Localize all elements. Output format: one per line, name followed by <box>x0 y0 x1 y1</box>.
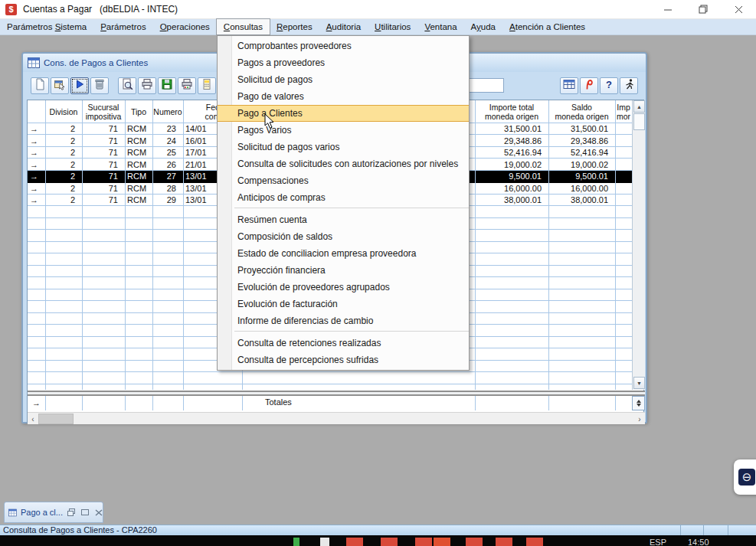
close-icon[interactable] <box>95 508 103 516</box>
app-icon: $ <box>5 4 17 15</box>
totals-column-line <box>475 396 476 410</box>
menu-par-metros[interactable]: Parámetros <box>93 19 152 34</box>
title-bar: $ Cuentas a Pagar (dbELDIA - INTEC) <box>0 0 756 19</box>
totals-spinner[interactable] <box>632 396 645 410</box>
menu-item-solicitud-de-pagos[interactable]: Solicitud de pagos <box>218 71 469 88</box>
minimize-button[interactable] <box>650 0 686 18</box>
taskbar-icon[interactable] <box>320 538 329 546</box>
menu-item-pago-de-valores[interactable]: Pago de valores <box>218 88 469 105</box>
statusbar-divider <box>703 525 704 536</box>
menu-item-proyecci-n-financiera[interactable]: Proyección financiera <box>218 262 469 279</box>
cell-tipo: RCM <box>125 171 148 182</box>
column-header-numero[interactable]: Numero <box>152 100 183 123</box>
column-header-saldo[interactable]: Saldomoneda origen <box>548 100 615 123</box>
menu-operaciones[interactable]: Operaciones <box>153 19 217 34</box>
row-marker: → <box>28 171 41 182</box>
taskbar-icon[interactable] <box>466 538 483 546</box>
taskbar-icon[interactable] <box>434 538 450 546</box>
row-marker: → <box>28 147 41 159</box>
cell-saldo: 9,500.01 <box>548 171 610 182</box>
menu-item-consulta-de-percepciones-sufridas[interactable]: Consulta de percepciones sufridas <box>218 351 469 368</box>
menu-item-pagos-varios[interactable]: Pagos Varios <box>218 122 469 139</box>
maximize-icon[interactable] <box>81 508 89 516</box>
chart-button[interactable] <box>580 77 598 94</box>
taskbar-icon[interactable] <box>496 538 512 546</box>
menu-item-pagos-a-proveedores[interactable]: Pagos a proveedores <box>218 54 469 71</box>
menu-item-pago-a-clientes[interactable]: Pago a Clientes <box>218 105 469 122</box>
scroll-left-button[interactable]: ‹ <box>28 414 38 424</box>
print-preview-button[interactable] <box>118 77 136 94</box>
spinner-down-icon <box>637 404 641 407</box>
column-header-importe[interactable]: Importe totalmoneda origen <box>475 100 548 123</box>
column-header-sucursal[interactable]: Sucursalimpositiva <box>82 100 125 123</box>
chart-icon <box>583 78 595 93</box>
print-color-button[interactable] <box>178 77 196 94</box>
menu-item-informe-de-diferencias-de-cambio[interactable]: Informe de diferencias de cambio <box>218 312 469 329</box>
menu-item-solicitud-de-pagos-varios[interactable]: Solicitud de pagos varios <box>218 139 469 155</box>
vertical-scrollbar[interactable]: ▲ ▼ <box>632 100 645 390</box>
grid-column-line <box>152 100 153 390</box>
exit-button[interactable] <box>620 77 638 94</box>
menu-ayuda[interactable]: Ayuda <box>464 19 502 34</box>
column-header-division[interactable]: Division <box>45 100 82 123</box>
menu-item-estado-de-conciliacion-empresa-proveedora[interactable]: Estado de conciliacion empresa proveedor… <box>218 245 469 262</box>
taskbar-icon[interactable] <box>346 538 363 546</box>
grid-column-line <box>82 100 83 390</box>
menu-utilitarios[interactable]: Utilitarios <box>368 19 417 34</box>
run-query-button[interactable] <box>70 77 89 94</box>
menu-item-comprobantes-proveedores[interactable]: Comprobantes proveedores <box>218 38 469 54</box>
menu-item-composici-n-de-saldos[interactable]: Composición de saldos <box>218 228 469 245</box>
scroll-up-button[interactable]: ▲ <box>633 100 645 113</box>
vscroll-thumb[interactable] <box>633 113 645 130</box>
cell-division: 2 <box>45 136 77 147</box>
column-header-tipo[interactable]: Tipo <box>125 100 152 123</box>
taskbar-icon[interactable] <box>293 538 299 546</box>
menu-ventana[interactable]: Ventana <box>417 19 463 34</box>
scroll-down-button[interactable]: ▼ <box>633 377 645 389</box>
column-header-impmor[interactable]: Impmor <box>615 100 632 123</box>
horizontal-scrollbar[interactable]: ‹ › <box>28 412 645 424</box>
menu-item-consulta-de-retenciones-realizadas[interactable]: Consulta de retenciones realizadas <box>218 335 469 351</box>
row-marker: → <box>28 123 41 135</box>
clock[interactable]: 14:50 <box>688 538 709 546</box>
menu-auditoria[interactable]: Auditoria <box>319 19 368 34</box>
menu-item-evoluci-n-de-facturaci-n[interactable]: Evolución de facturación <box>218 296 469 312</box>
new-record-button[interactable] <box>31 77 49 94</box>
grid-view-button[interactable] <box>560 77 578 94</box>
calculator-icon <box>201 78 213 93</box>
help-button[interactable]: ? <box>600 77 618 94</box>
cell-sucursal: 71 <box>82 136 120 147</box>
cell-importe: 31,500.01 <box>475 123 544 135</box>
language-indicator[interactable]: ESP <box>650 538 666 546</box>
toolbar-right-group: ? <box>560 77 638 94</box>
menu-item-res-men-cuenta[interactable]: Resúmen cuenta <box>218 211 469 228</box>
menu-atenci-n-a-clientes[interactable]: Atención a Clientes <box>502 19 592 34</box>
close-button[interactable] <box>721 0 756 18</box>
scroll-right-button[interactable]: › <box>634 414 645 424</box>
minimized-window[interactable]: Pago a cl... <box>4 502 103 523</box>
properties-button[interactable] <box>51 77 69 94</box>
taskbar-icon[interactable] <box>415 538 432 546</box>
menu-item-evoluci-n-de-proveedores-agrupados[interactable]: Evolución de proveedores agrupados <box>218 279 469 296</box>
taskbar-icon[interactable] <box>381 538 398 546</box>
remote-control-flyout[interactable]: ⊖ <box>734 459 756 495</box>
restore-icon[interactable] <box>67 508 75 516</box>
print-button[interactable] <box>138 77 156 94</box>
statusbar-divider <box>728 525 728 536</box>
menu-consultas[interactable]: Consultas <box>217 19 270 34</box>
hscroll-thumb[interactable] <box>38 414 74 424</box>
menu-item-anticipos-de-compras[interactable]: Anticipos de compras <box>218 189 469 206</box>
menu-par-metros-sistema[interactable]: Parámetros Sistema <box>0 19 93 34</box>
restore-button[interactable] <box>686 0 721 18</box>
grid-column-line <box>615 100 616 390</box>
print-icon <box>141 78 153 93</box>
cell-division: 2 <box>45 195 77 206</box>
calculator-button[interactable] <box>198 77 216 94</box>
save-button[interactable] <box>158 77 176 94</box>
menu-reportes[interactable]: Reportes <box>270 19 319 34</box>
menu-item-consulta-de-solicitudes-con-autorizaciones-por-niveles[interactable]: Consulta de solicitudes con autorizacion… <box>218 155 469 172</box>
delete-record-button[interactable] <box>90 77 109 94</box>
taskbar-icon[interactable] <box>526 538 543 546</box>
grid-window-icon <box>28 57 40 68</box>
menu-item-compensaciones[interactable]: Compensaciones <box>218 172 469 189</box>
